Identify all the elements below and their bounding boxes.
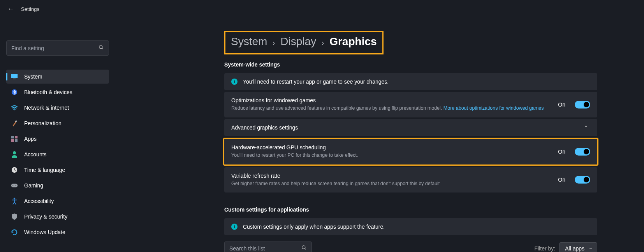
gpu-scheduling-toggle[interactable] bbox=[575, 148, 590, 156]
sidebar-item-label: Windows Update bbox=[24, 229, 65, 235]
sidebar-item-label: Apps bbox=[24, 136, 37, 142]
sidebar-item-network[interactable]: Network & internet bbox=[6, 101, 109, 115]
svg-point-15 bbox=[16, 185, 16, 186]
vrr-desc: Get higher frame rates and help reduce s… bbox=[231, 180, 553, 187]
sidebar-item-label: Accounts bbox=[24, 151, 47, 158]
svg-rect-13 bbox=[11, 184, 18, 187]
bluetooth-icon bbox=[11, 89, 18, 96]
back-button[interactable]: ← bbox=[8, 5, 14, 12]
custom-info-text: Custom settings only apply when apps sup… bbox=[243, 224, 385, 230]
sidebar-item-accounts[interactable]: Accounts bbox=[6, 147, 109, 161]
restart-info-text: You'll need to restart your app or game … bbox=[243, 79, 389, 85]
svg-rect-9 bbox=[11, 139, 14, 142]
sidebar-item-system[interactable]: System bbox=[6, 70, 109, 84]
search-icon bbox=[301, 245, 307, 252]
svg-rect-7 bbox=[11, 136, 14, 138]
optimizations-toggle-state: On bbox=[558, 102, 565, 108]
optimizations-link[interactable]: More about optimizations for windowed ga… bbox=[443, 105, 544, 111]
advanced-graphics-expander[interactable]: Advanced graphics settings ⌃ bbox=[224, 119, 597, 136]
accessibility-icon bbox=[11, 198, 18, 205]
gamepad-icon bbox=[11, 182, 18, 189]
info-icon: i bbox=[231, 224, 238, 230]
breadcrumb-graphics: Graphics bbox=[329, 35, 377, 48]
svg-point-16 bbox=[14, 198, 16, 200]
search-icon bbox=[99, 45, 104, 51]
sidebar-item-label: Network & internet bbox=[24, 105, 69, 111]
clock-icon bbox=[11, 166, 18, 173]
monitor-icon bbox=[11, 73, 18, 80]
vrr-toggle-state: On bbox=[558, 177, 565, 183]
person-icon bbox=[11, 151, 18, 158]
vrr-title: Variable refresh rate bbox=[231, 173, 553, 179]
optimizations-card[interactable]: Optimizations for windowed games Reduce … bbox=[224, 92, 597, 117]
shield-icon bbox=[11, 213, 18, 220]
restart-info-card: i You'll need to restart your app or gam… bbox=[224, 73, 597, 90]
gpu-scheduling-desc: You'll need to restart your PC for this … bbox=[231, 152, 553, 159]
breadcrumb: System › Display › Graphics bbox=[224, 31, 384, 54]
filter-dropdown[interactable]: All apps bbox=[559, 242, 597, 252]
section-title-systemwide: System-wide settings bbox=[224, 61, 597, 68]
sidebar-item-label: Gaming bbox=[24, 182, 43, 189]
sidebar-item-privacy[interactable]: Privacy & security bbox=[6, 210, 109, 224]
settings-search-input[interactable] bbox=[11, 45, 99, 51]
svg-line-18 bbox=[305, 248, 306, 250]
wifi-icon bbox=[11, 104, 18, 111]
app-list-search-input[interactable] bbox=[229, 245, 301, 252]
sidebar-item-label: Bluetooth & devices bbox=[24, 89, 72, 95]
gpu-scheduling-card[interactable]: Hardware-accelerated GPU scheduling You'… bbox=[223, 138, 598, 166]
sidebar-item-label: Personalization bbox=[24, 120, 62, 126]
sidebar-item-label: Accessibility bbox=[24, 198, 54, 204]
svg-rect-3 bbox=[13, 79, 16, 79]
custom-info-card: i Custom settings only apply when apps s… bbox=[224, 218, 597, 235]
breadcrumb-display[interactable]: Display bbox=[280, 35, 316, 48]
sidebar-item-accessibility[interactable]: Accessibility bbox=[6, 194, 109, 208]
chevron-right-icon: › bbox=[322, 39, 324, 47]
advanced-graphics-title: Advanced graphics settings bbox=[231, 124, 576, 131]
filter-label: Filter by: bbox=[535, 245, 556, 252]
brush-icon bbox=[11, 120, 18, 127]
sidebar-item-personalization[interactable]: Personalization bbox=[6, 116, 109, 130]
section-title-customapps: Custom settings for applications bbox=[224, 206, 597, 213]
svg-rect-2 bbox=[11, 74, 18, 78]
app-title: Settings bbox=[21, 6, 39, 12]
gpu-scheduling-title: Hardware-accelerated GPU scheduling bbox=[231, 144, 553, 150]
chevron-right-icon: › bbox=[273, 39, 275, 47]
svg-point-11 bbox=[13, 151, 16, 154]
sidebar-item-label: Time & language bbox=[24, 167, 65, 173]
optimizations-toggle[interactable] bbox=[575, 101, 590, 108]
svg-point-17 bbox=[302, 246, 305, 249]
update-icon bbox=[11, 229, 18, 236]
sidebar-item-update[interactable]: Windows Update bbox=[6, 225, 109, 239]
gpu-toggle-state: On bbox=[558, 149, 565, 155]
svg-rect-8 bbox=[15, 136, 18, 138]
chevron-up-icon: ⌃ bbox=[582, 125, 590, 130]
sidebar-item-time[interactable]: Time & language bbox=[6, 163, 109, 177]
vrr-card[interactable]: Variable refresh rate Get higher frame r… bbox=[224, 167, 597, 193]
optimizations-desc: Reduce latency and use advanced features… bbox=[231, 105, 553, 112]
app-list-search[interactable] bbox=[224, 242, 312, 252]
sidebar: System Bluetooth & devices Network & int… bbox=[0, 16, 114, 252]
svg-point-14 bbox=[12, 185, 13, 186]
optimizations-title: Optimizations for windowed games bbox=[231, 97, 553, 103]
svg-rect-10 bbox=[15, 139, 18, 142]
info-icon: i bbox=[231, 79, 238, 85]
sidebar-item-apps[interactable]: Apps bbox=[6, 132, 109, 146]
sidebar-item-label: Privacy & security bbox=[24, 214, 67, 220]
svg-line-1 bbox=[102, 48, 103, 49]
main-content: System › Display › Graphics System-wide … bbox=[114, 16, 644, 252]
sidebar-item-gaming[interactable]: Gaming bbox=[6, 178, 109, 192]
vrr-toggle[interactable] bbox=[575, 176, 590, 184]
svg-point-0 bbox=[99, 46, 102, 49]
settings-search[interactable] bbox=[6, 40, 109, 56]
sidebar-item-bluetooth[interactable]: Bluetooth & devices bbox=[6, 85, 109, 99]
breadcrumb-system[interactable]: System bbox=[231, 35, 267, 48]
apps-icon bbox=[11, 135, 18, 142]
sidebar-item-label: System bbox=[24, 74, 42, 80]
filter-selected: All apps bbox=[565, 245, 584, 252]
svg-point-5 bbox=[14, 109, 15, 110]
